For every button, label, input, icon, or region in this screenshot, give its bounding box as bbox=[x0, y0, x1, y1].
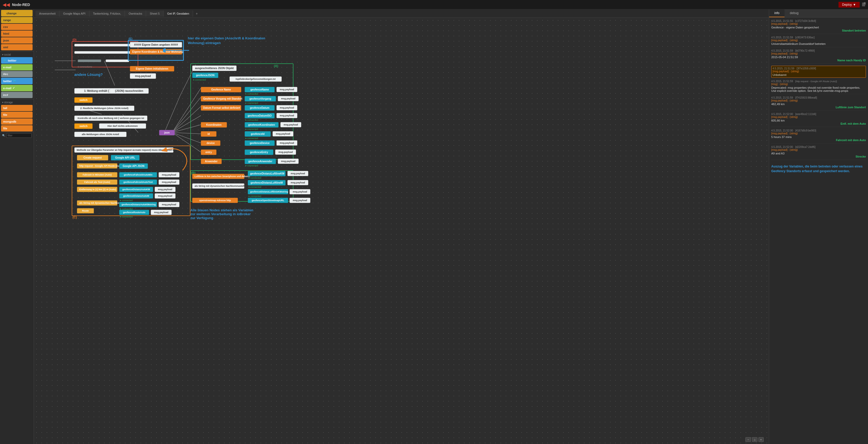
node-geofenceDistanzAutoKM[interactable]: geofenceDistanzAutoKM bbox=[119, 187, 153, 192]
node-methode[interactable]: Methode zur Übergabe Parameter an http r… bbox=[74, 147, 174, 153]
node-msg-payload-distanzkm[interactable]: msg.payload bbox=[155, 187, 176, 192]
sidebar-item-irc1[interactable]: # irc bbox=[1, 71, 33, 77]
node-geofenceOpenstreetmap[interactable]: geofenceOpenStreetmapURL bbox=[248, 198, 288, 203]
node-geofenceAnwender[interactable]: geofenceAnwender bbox=[245, 158, 276, 164]
node-route[interactable]: Route bbox=[77, 208, 94, 213]
node-msg-payload-autokmstring[interactable]: msg.payload bbox=[159, 202, 180, 207]
node-geofenceKoordinaten[interactable]: geofenceKoordinaten bbox=[245, 122, 279, 127]
node-eigene-init[interactable]: Eigene Daten initialisieren bbox=[130, 66, 174, 71]
node-id[interactable]: id bbox=[201, 131, 216, 137]
node-msg-payload-osm[interactable]: msg.payload bbox=[289, 198, 310, 203]
node-alle-meldungen[interactable]: alle Meldungen ohne JSON Anteil bbox=[74, 132, 126, 137]
node-geofenceDatum[interactable]: geofenceDatum bbox=[245, 105, 275, 111]
node-ausgeschnitten[interactable]: ausgeschnittenes JSON Objekt bbox=[192, 65, 237, 71]
sidebar-item-email1[interactable]: e-mail bbox=[1, 64, 33, 70]
node-geofence-vorgang[interactable]: Geofence Vorgang mit Standort bbox=[201, 96, 241, 101]
node-filepath[interactable]: /opt/iobroker/gefoncemeldungen.txt bbox=[229, 77, 282, 82]
node-geofenceEntry[interactable]: geofenceEntry bbox=[245, 149, 273, 155]
node-switch1[interactable]: switch bbox=[74, 97, 93, 103]
node-eigene-daten-label[interactable]: ##### Eigene Daten angeben ##### bbox=[130, 42, 182, 48]
node-entry[interactable]: entry bbox=[201, 149, 216, 155]
node-tcp[interactable] bbox=[78, 59, 101, 62]
sidebar-item-file2[interactable]: file bbox=[1, 125, 33, 131]
node-geofenceDistanzKM[interactable]: geofenceDistanzLuftlineKM bbox=[248, 171, 286, 176]
node-msg-payload-id[interactable]: msg.payload bbox=[273, 131, 293, 137]
node-koordinaten[interactable]: Koordinaten bbox=[201, 122, 227, 127]
node-msg-payload-datum[interactable]: msg.payload bbox=[276, 105, 297, 110]
deploy-button[interactable]: Deploy ▼ bbox=[839, 2, 860, 7]
node-device[interactable]: device bbox=[201, 140, 220, 146]
node-msg-payload-device[interactable]: msg.payload bbox=[276, 140, 297, 146]
sidebar-item-change[interactable]: ✕ change bbox=[1, 10, 33, 17]
node-msg-payload-fahrzeitmin[interactable]: msg.payload bbox=[159, 172, 180, 177]
node-msg-payload-anwender[interactable]: msg.payload bbox=[278, 158, 299, 164]
node-google-api-url[interactable]: Google API URL bbox=[111, 155, 140, 160]
sidebar-item-xml[interactable]: xml bbox=[1, 44, 33, 50]
node-msg-payload-entry[interactable]: msg.payload bbox=[275, 149, 296, 155]
node-geofenceDistanzM[interactable]: geofenceDistanzLuftlineM bbox=[248, 180, 286, 185]
node-geofenceFahrzeitMin[interactable]: geofenceFahrzeitAutoMin bbox=[119, 172, 157, 177]
node-geofenceName[interactable]: geofenceName bbox=[245, 87, 275, 92]
node-datum[interactable]: Datum Format selbst definiert bbox=[201, 105, 241, 111]
sidebar-item-html[interactable]: html bbox=[1, 31, 33, 37]
tab-sheet5[interactable]: Sheet 5 bbox=[146, 10, 163, 17]
node-msg-payload-luftkm[interactable]: msg.payload bbox=[287, 171, 308, 176]
clear-debug-button[interactable]: 🗑 bbox=[863, 2, 866, 5]
tab-getip[interactable]: Get IP, Geodaten bbox=[163, 10, 193, 17]
sidebar-item-twitter1[interactable]: 🐦 twitter bbox=[1, 57, 33, 64]
node-geofenceDatumISO[interactable]: geofenceDatumISO bbox=[245, 113, 275, 118]
node-fahrzeit-text[interactable]: Fahrzeit als Text (Auto) bbox=[77, 179, 117, 185]
node-geofence-name[interactable]: Geofence Name bbox=[201, 87, 241, 92]
tab-add-button[interactable]: + bbox=[193, 10, 200, 17]
node-msg-payload-name[interactable]: msg.payload bbox=[276, 87, 297, 92]
node-msg-payload-route[interactable]: msg.payload bbox=[151, 210, 172, 215]
tab-googlemaps[interactable]: Google Maps API bbox=[59, 10, 89, 17]
node-geofenceDistanzAutoM[interactable]: geofenceDistanzAutoM bbox=[119, 193, 153, 199]
sidebar-item-email2[interactable]: e-mail ✓ bbox=[1, 85, 33, 91]
zoom-out-button[interactable]: − bbox=[745, 437, 751, 442]
node-msg-payload-fahrzeittext[interactable]: msg.payload bbox=[159, 179, 180, 185]
node-andere-bausteine[interactable] bbox=[74, 51, 132, 54]
node-msg-payload-vorgang[interactable]: msg.payload bbox=[278, 96, 299, 101]
sidebar-item-tail[interactable]: tail bbox=[1, 105, 33, 111]
node-http-request[interactable]: http request - Google API Route (Auto) bbox=[77, 163, 117, 169]
node-msg-payload-init[interactable]: msg.payload bbox=[130, 73, 156, 79]
node-geofenceId[interactable]: geofenceId bbox=[245, 131, 271, 137]
node-geofenceFahrzeitText[interactable]: geofenceFahrzeitAutoText bbox=[119, 179, 157, 185]
sidebar-item-range[interactable]: range bbox=[1, 17, 33, 23]
node-msg-payload-koordinaten[interactable]: msg.payload bbox=[280, 122, 301, 127]
node-als-string[interactable]: als String mit dynamischen Nachkommastel… bbox=[77, 200, 117, 206]
tab-owntracks[interactable]: Owntracks bbox=[125, 10, 146, 17]
node-geofenceVorgang[interactable]: geofenceVorgang bbox=[245, 96, 276, 101]
node-msg-payload-datumiso[interactable]: msg.payload bbox=[276, 113, 297, 118]
node-luftlinie-string[interactable]: als String mit dynamischen Nachkommastel… bbox=[192, 183, 244, 188]
sidebar-item-irc2[interactable]: irc # bbox=[1, 92, 33, 98]
zoom-in-button[interactable]: + bbox=[758, 437, 764, 442]
node-json-rausschneiden[interactable]: {JSON} rausschneiden bbox=[110, 88, 149, 94]
tab-info[interactable]: info bbox=[769, 9, 784, 17]
sidebar-item-json[interactable]: json bbox=[1, 37, 33, 43]
node-test-tcp[interactable] bbox=[74, 44, 132, 47]
node-create-request[interactable]: Create request bbox=[77, 155, 108, 160]
node-msg-payload-tcp[interactable] bbox=[105, 59, 129, 62]
node-entfernung[interactable]: Entfernung in (1) km (2) m (Auto) bbox=[77, 187, 117, 192]
sidebar-item-csv[interactable]: csv bbox=[1, 24, 33, 30]
sidebar-item-twitter2[interactable]: twitter 🐦 bbox=[1, 78, 33, 84]
node-google-api-json[interactable]: Google API JSON bbox=[119, 163, 148, 169]
node-msg-payload-luftstring[interactable]: msg.payload bbox=[289, 189, 310, 194]
node-msg-payload-luftm[interactable]: msg.payload bbox=[287, 180, 308, 185]
flow-canvas[interactable]: (D) 0 connections andere Lösung? (E) bbox=[34, 18, 769, 444]
node-anwender[interactable]: Anwender bbox=[201, 158, 222, 164]
node-geofenceDistanzAutoKMstring[interactable]: geofenceDistanzAutoKMstring bbox=[119, 202, 157, 207]
sidebar-item-file1[interactable]: file bbox=[1, 112, 33, 118]
tab-anwesenheit[interactable]: Anwesenheit bbox=[35, 10, 59, 17]
node-openstreetmap[interactable]: openstreetmap Adresse http bbox=[192, 198, 238, 203]
node-meldung-restliche[interactable]: 2: Restliche Meldungen (ohne JSON Anteil… bbox=[74, 106, 134, 111]
node-geofenceRouteAuto[interactable]: geofenceRouteAuto bbox=[119, 210, 149, 215]
node-msg-payload-distanzm[interactable]: msg.payload bbox=[155, 193, 176, 199]
zoom-reset-button[interactable]: ⌂ bbox=[752, 437, 757, 442]
node-fahrzeit-min[interactable]: Fahrzeit in Minuten (Auto) bbox=[77, 172, 117, 177]
tab-debug[interactable]: debug bbox=[784, 9, 804, 17]
sidebar-item-mongodb[interactable]: mongodb bbox=[1, 118, 33, 125]
tab-tankerkonig[interactable]: Tankerkönig, Fritzbox, bbox=[89, 10, 125, 17]
